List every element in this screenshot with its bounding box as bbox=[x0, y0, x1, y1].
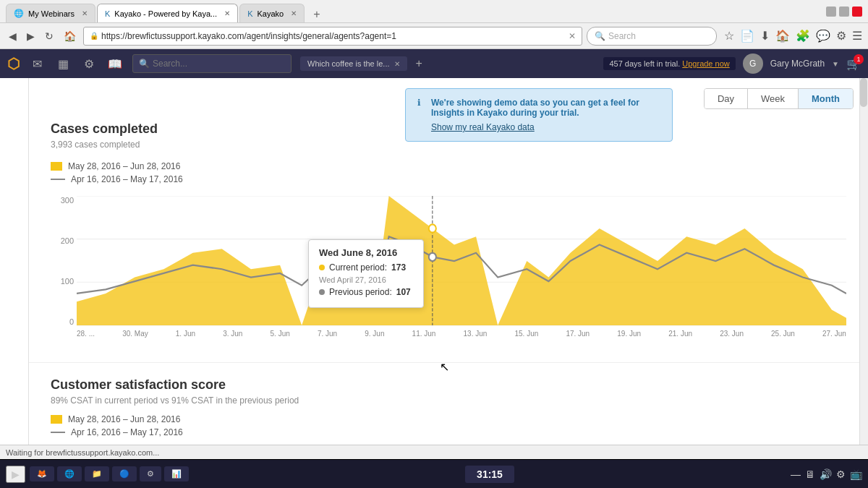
chart-tooltip: Wed June 8, 2016 Current period: 173 Wed… bbox=[308, 239, 424, 308]
reader-icon[interactable]: 📄 bbox=[740, 29, 754, 43]
x-label-9: 15. Jun bbox=[514, 330, 538, 338]
week-button[interactable]: Week bbox=[748, 89, 799, 108]
settings-icon[interactable]: ⚙ bbox=[836, 29, 846, 43]
url-clear-icon[interactable]: ✕ bbox=[569, 31, 576, 41]
y-label-0: 0 bbox=[51, 317, 77, 326]
settings-app-icon[interactable]: ⚙ bbox=[80, 57, 98, 71]
tab-close-1[interactable]: ✕ bbox=[82, 9, 88, 17]
x-label-7: 11. Jun bbox=[412, 330, 436, 338]
close-button[interactable] bbox=[852, 7, 862, 17]
active-tab-close[interactable]: ✕ bbox=[394, 60, 400, 68]
day-button[interactable]: Day bbox=[705, 89, 748, 108]
upgrade-link[interactable]: Upgrade now bbox=[682, 59, 729, 68]
book-icon[interactable]: 📖 bbox=[106, 57, 124, 71]
start-button[interactable]: ▶ bbox=[6, 466, 25, 483]
back-button[interactable]: ◀ bbox=[6, 29, 20, 43]
taskbar-app-kayako[interactable]: 🔵 bbox=[112, 466, 137, 481]
minimize-button[interactable] bbox=[826, 7, 836, 17]
taskbar-app-files[interactable]: 📁 bbox=[85, 466, 109, 481]
menu-icon[interactable]: ☰ bbox=[852, 29, 862, 43]
x-label-10: 17. Jun bbox=[566, 330, 590, 338]
maximize-button[interactable] bbox=[839, 7, 849, 17]
browser-search-bar[interactable]: 🔍 Search bbox=[587, 27, 717, 46]
x-label-3: 3. Jun bbox=[223, 330, 242, 338]
month-button[interactable]: Month bbox=[799, 89, 853, 108]
kayako-logo[interactable]: ⬡ bbox=[7, 55, 20, 72]
app-search-bar[interactable]: 🔍 Search... bbox=[132, 54, 292, 73]
tooltip-date: Wed June 8, 2016 bbox=[319, 247, 413, 258]
tooltip-prev-label: Previous period: bbox=[329, 287, 392, 297]
taskbar-app-firefox[interactable]: 🦊 bbox=[30, 466, 54, 481]
csat-legend-label-prev: Apr 16, 2016 – May 17, 2016 bbox=[71, 427, 183, 437]
url-bar[interactable]: 🔒 https://brewfictussupport.kayako.com/a… bbox=[83, 27, 582, 46]
vertical-scrollbar[interactable] bbox=[859, 78, 868, 445]
notification-badge: 1 bbox=[854, 54, 864, 64]
tab-bar: 🌐 My Webinars ✕ K Kayako - Powered by Ka… bbox=[6, 0, 325, 22]
demo-data-banner: ℹ We're showing demo data so you can get… bbox=[405, 88, 673, 142]
taskbar-app-settings[interactable]: ⚙ bbox=[140, 466, 161, 481]
tooltip-prev-value: 107 bbox=[396, 287, 411, 297]
tooltip-dot-gray bbox=[319, 289, 325, 295]
legend-label-current: May 28, 2016 – Jun 28, 2016 bbox=[68, 161, 180, 171]
forward-button[interactable]: ▶ bbox=[24, 29, 38, 43]
inbox-icon[interactable]: ▦ bbox=[54, 57, 72, 71]
trial-text: 457 days left in trial. bbox=[609, 59, 680, 68]
tab-favicon-1: 🌐 bbox=[14, 9, 24, 18]
tooltip-current-label: Current period: bbox=[329, 262, 387, 273]
tooltip-prev-item: Previous period: 107 bbox=[319, 287, 413, 297]
taskbar-app-chrome[interactable]: 🌐 bbox=[57, 466, 82, 481]
scrollbar-thumb[interactable] bbox=[860, 78, 867, 107]
legend-label-prev: Apr 16, 2016 – May 17, 2016 bbox=[71, 174, 183, 184]
taskbar-settings-tray[interactable]: ⚙ bbox=[836, 468, 846, 480]
tooltip-dot-prev bbox=[429, 253, 436, 261]
tab-close-2[interactable]: ✕ bbox=[224, 9, 230, 17]
address-bar: ◀ ▶ ↻ 🏠 🔒 https://brewfictussupport.kaya… bbox=[0, 23, 868, 49]
search-icon: 🔍 bbox=[595, 31, 605, 41]
user-avatar: G bbox=[743, 53, 763, 74]
app-toolbar: ⬡ ✉ ▦ ⚙ 📖 🔍 Search... Which coffee is th… bbox=[0, 49, 868, 78]
show-real-data-link[interactable]: Show my real Kayako data bbox=[431, 122, 660, 132]
tab-label-3: Kayako bbox=[258, 9, 284, 18]
refresh-button[interactable]: ↻ bbox=[42, 29, 56, 43]
new-tab-button[interactable]: + bbox=[309, 7, 324, 22]
user-dropdown-icon[interactable]: ▼ bbox=[832, 60, 839, 68]
taskbar-tray-icon-1[interactable]: — bbox=[791, 468, 801, 480]
browser-toolbar-icons: ☆ 📄 ⬇ 🏠 🧩 💬 ⚙ ☰ bbox=[724, 29, 862, 43]
add-tab-button[interactable]: + bbox=[416, 57, 422, 70]
tab-my-webinars[interactable]: 🌐 My Webinars ✕ bbox=[6, 4, 95, 22]
legend-current: May 28, 2016 – Jun 28, 2016 bbox=[51, 161, 846, 171]
compose-icon[interactable]: ✉ bbox=[28, 57, 46, 71]
active-tab-item[interactable]: Which coffee is the le... ✕ bbox=[300, 56, 407, 71]
title-bar: 🌐 My Webinars ✕ K Kayako - Powered by Ka… bbox=[0, 0, 868, 23]
y-label-300: 300 bbox=[51, 196, 77, 205]
taskbar-center: 31:15 bbox=[193, 466, 786, 483]
legend-box-current bbox=[51, 162, 62, 171]
window-controls bbox=[826, 7, 862, 17]
taskbar-volume-icon[interactable]: 🔊 bbox=[820, 468, 832, 480]
csat-legend-line bbox=[51, 432, 65, 433]
active-tab-label: Which coffee is the le... bbox=[307, 59, 390, 68]
tab-kayako[interactable]: K Kayako ✕ bbox=[239, 4, 305, 22]
tab-kayako-powered[interactable]: K Kayako - Powered by Kaya... ✕ bbox=[97, 4, 238, 22]
home-nav-icon[interactable]: 🏠 bbox=[775, 29, 790, 43]
chart-area-current bbox=[77, 196, 846, 325]
tab-label-2: Kayako - Powered by Kaya... bbox=[114, 9, 217, 18]
x-label-6: 9. Jun bbox=[365, 330, 384, 338]
taskbar-display-icon[interactable]: 📺 bbox=[850, 468, 862, 480]
app-search-icon: 🔍 bbox=[139, 59, 150, 69]
taskbar-right: — 🖥 🔊 ⚙ 📺 bbox=[791, 468, 862, 480]
csat-legend-current: May 28, 2016 – Jun 28, 2016 bbox=[51, 414, 846, 424]
extensions-icon[interactable]: 🧩 bbox=[796, 29, 810, 43]
tab-close-3[interactable]: ✕ bbox=[291, 9, 297, 17]
skype-icon[interactable]: 💬 bbox=[816, 29, 830, 43]
home-button[interactable]: 🏠 bbox=[61, 29, 79, 43]
bookmark-icon[interactable]: ☆ bbox=[724, 29, 734, 43]
taskbar-app-powerpoint[interactable]: 📊 bbox=[164, 466, 189, 481]
download-icon[interactable]: ⬇ bbox=[760, 29, 770, 43]
user-name[interactable]: Gary McGrath bbox=[770, 59, 825, 69]
taskbar-desktop-icon[interactable]: 🖥 bbox=[805, 468, 815, 480]
period-controls: Day Week Month bbox=[704, 88, 854, 109]
csat-title: Customer satisfaction score bbox=[51, 377, 846, 393]
x-label-14: 25. Jun bbox=[771, 330, 795, 338]
notification-bell-wrapper: 🛒 1 bbox=[846, 57, 861, 71]
